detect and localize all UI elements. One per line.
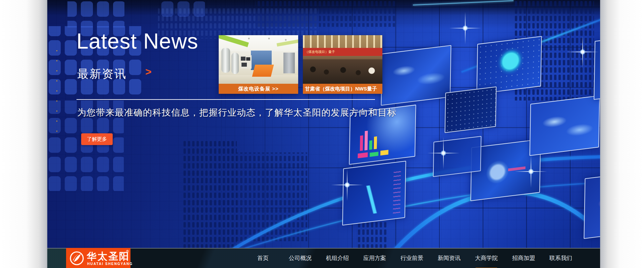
- nav-item-news[interactable]: 新闻资讯: [438, 249, 461, 268]
- learn-more-button[interactable]: 了解更多: [81, 133, 113, 145]
- nav-item-contact[interactable]: 联系我们: [549, 249, 572, 268]
- glow-star: [449, 12, 481, 44]
- nav-item-company[interactable]: 公司概况: [289, 249, 312, 268]
- photo-detail-chandeliers: [303, 35, 382, 49]
- nav-item-units[interactable]: 机组介绍: [326, 249, 349, 268]
- news-card-exhibition[interactable]: 煤改电设备展 >>: [219, 35, 298, 94]
- floating-screen-small: [433, 136, 482, 177]
- photo-detail-shelf: [240, 55, 252, 69]
- bottom-navbar: 华太圣阳 HUATAI SHENGYANG ® 首页 公司概况 机组介绍 应用方…: [47, 248, 600, 268]
- logo-name-en: HUATAI SHENGYANG: [87, 262, 133, 266]
- news-card-meeting[interactable]: （煤改电项目）量子 甘肃省（煤改电项目）NWS量子: [303, 35, 382, 94]
- floating-screen-worldmap: [529, 95, 600, 156]
- news-photo-showroom: [219, 35, 298, 84]
- news-card-caption[interactable]: 煤改电设备展 >>: [219, 84, 298, 94]
- photo-banner: （煤改电项目）量子: [303, 48, 382, 56]
- floating-screen-map-pink: [584, 170, 600, 239]
- hero-banner: Latest News 最新资讯 > 为您带来最准确的科技信息，把握行业动态，了…: [47, 0, 600, 248]
- nav-menu: 首页 公司概况 机组介绍 应用方案 行业前景 新闻资讯 大商学院 招商加盟 联系…: [252, 249, 572, 268]
- logo[interactable]: 华太圣阳 HUATAI SHENGYANG ®: [66, 248, 130, 268]
- page-margin-left: [0, 0, 47, 268]
- floating-screen-map: [381, 45, 451, 106]
- nav-item-academy[interactable]: 大商学院: [475, 249, 498, 268]
- dotted-accent-column: [56, 50, 57, 141]
- floating-screen-starfield: [445, 86, 497, 133]
- floating-screen-edge: [594, 36, 600, 100]
- glow-star: [567, 36, 599, 68]
- hero-heading-zh: 最新资讯: [77, 66, 127, 82]
- photo-detail-unit: [283, 53, 295, 73]
- news-card-caption[interactable]: 甘肃省（煤改电项目）NWS量子: [303, 84, 382, 94]
- photo-detail-audience: [303, 59, 382, 84]
- hero-description: 为您带来最准确的科技信息，把握行业动态，了解华太圣阳的发展方向和目标: [77, 107, 396, 119]
- hero-divider: [76, 99, 375, 100]
- logo-swoosh-icon: [69, 251, 84, 266]
- floating-screen-market: [342, 161, 406, 226]
- page-stage: Latest News 最新资讯 > 为您带来最准确的科技信息，把握行业动态，了…: [47, 0, 600, 268]
- logo-name-zh: 华太圣阳: [87, 250, 130, 263]
- hero-heading-en: Latest News: [76, 29, 198, 54]
- page-margin-right: [600, 0, 644, 268]
- nav-item-home[interactable]: 首页: [252, 249, 274, 268]
- news-photo-meeting: （煤改电项目）量子: [303, 35, 382, 84]
- nav-item-solutions[interactable]: 应用方案: [363, 249, 386, 268]
- photo-detail-water-heater: [221, 48, 230, 73]
- registered-mark: ®: [126, 249, 129, 253]
- hero-more-arrow[interactable]: >: [145, 66, 152, 78]
- photo-detail-orange-desk: [252, 65, 274, 77]
- nav-item-franchise[interactable]: 招商加盟: [512, 249, 535, 268]
- nav-item-industry[interactable]: 行业前景: [400, 249, 423, 268]
- photo-detail-water-heater: [231, 53, 239, 74]
- floating-screen-globe: [476, 36, 542, 94]
